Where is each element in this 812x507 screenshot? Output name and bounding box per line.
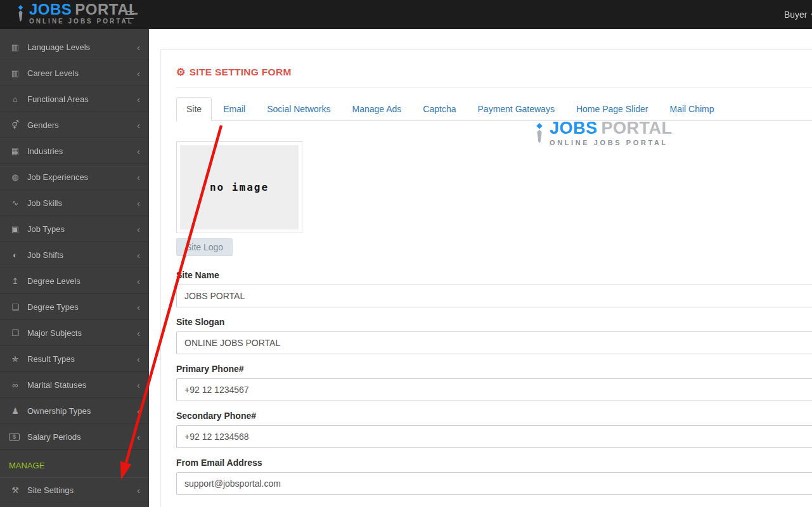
sidebar-item-label: Major Subjects bbox=[27, 328, 137, 338]
tab-content-site: no image Site Logo JOBSPORTAL ONLINE JOB… bbox=[176, 121, 812, 495]
wrench-icon: ⚒ bbox=[9, 485, 22, 495]
tab-bar: SiteEmailSocial NetworksManage AdsCaptch… bbox=[176, 97, 812, 121]
sidebar-item-salary-periods[interactable]: $Salary Periods‹ bbox=[0, 424, 149, 450]
sidebar-item-job-experiences[interactable]: ◍Job Experiences‹ bbox=[0, 164, 149, 190]
sidebar-item-label: Functional Areas bbox=[27, 94, 137, 104]
chevron-left-icon: ‹ bbox=[137, 328, 140, 338]
brand-title: JOBSPORTAL bbox=[29, 2, 138, 17]
sidebar-item-genders[interactable]: ⚥Genders‹ bbox=[0, 112, 149, 138]
sidebar-item-label: Ownership Types bbox=[27, 406, 137, 416]
book-icon: ❒ bbox=[9, 328, 22, 338]
tab-site[interactable]: Site bbox=[176, 97, 212, 121]
sidebar-item-major-subjects[interactable]: ❒Major Subjects‹ bbox=[0, 320, 149, 346]
brand-logo[interactable]: JOBSPORTAL ONLINE JOBS PORTAL bbox=[16, 2, 138, 25]
rings-icon: ∞ bbox=[9, 380, 22, 390]
sidebar-item-result-types[interactable]: ✯Result Types‹ bbox=[0, 346, 149, 372]
sidebar-item-job-types[interactable]: ▣Job Types‹ bbox=[0, 216, 149, 242]
tab-home-page-slider[interactable]: Home Page Slider bbox=[566, 97, 659, 121]
page-title-text: SITE SETTING FORM bbox=[190, 67, 292, 78]
tab-manage-ads[interactable]: Manage Ads bbox=[342, 97, 412, 121]
tie-icon bbox=[16, 3, 25, 23]
bar-chart-icon: ▥ bbox=[9, 68, 22, 78]
chevron-left-icon: ‹ bbox=[137, 172, 140, 183]
sidebar-item-job-shifts[interactable]: ◐Job Shifts‹ bbox=[0, 242, 149, 268]
sidebar-item-label: Job Types bbox=[27, 224, 137, 234]
site-setting-panel: ⚙ SITE SETTING FORM SiteEmailSocial Netw… bbox=[160, 49, 812, 507]
tab-mail-chimp[interactable]: Mail Chimp bbox=[660, 97, 725, 121]
tab-captcha[interactable]: Captcha bbox=[413, 97, 466, 121]
user-menu[interactable]: Buyer ▾ bbox=[784, 0, 812, 29]
sidebar-item-label: Site Settings bbox=[27, 485, 137, 495]
menu-icon[interactable]: ☰ bbox=[124, 8, 134, 22]
main-content: ⚙ SITE SETTING FORM SiteEmailSocial Netw… bbox=[149, 29, 812, 507]
sidebar-item-label: Job Experiences bbox=[27, 172, 137, 182]
briefcase-icon: ▣ bbox=[9, 224, 22, 234]
site-name-input[interactable] bbox=[176, 285, 812, 307]
form-group-site-name: Site Name bbox=[176, 270, 812, 307]
tie-icon bbox=[534, 119, 545, 148]
chevron-left-icon: ‹ bbox=[137, 406, 140, 416]
logo-secondary: PORTAL bbox=[602, 119, 673, 138]
tab-social-networks[interactable]: Social Networks bbox=[257, 97, 340, 121]
brand-tagline: ONLINE JOBS PORTAL bbox=[29, 18, 138, 25]
sidebar-item-label: Result Types bbox=[27, 354, 137, 364]
sidebar-item-marital-statuses[interactable]: ∞Marital Statuses‹ bbox=[0, 372, 149, 398]
sidebar-item-label: Career Levels bbox=[27, 68, 137, 78]
chevron-left-icon: ‹ bbox=[137, 250, 140, 260]
chevron-left-icon: ‹ bbox=[137, 380, 140, 390]
tab-email[interactable]: Email bbox=[213, 97, 255, 121]
sidebar-item-ownership-types[interactable]: ♟Ownership Types‹ bbox=[0, 398, 149, 424]
chevron-left-icon: ‹ bbox=[137, 42, 140, 53]
sidebar-item-degree-types[interactable]: ❏Degree Types‹ bbox=[0, 294, 149, 320]
site-slogan-input[interactable] bbox=[176, 331, 812, 354]
sidebar-manage-nav: ⚒Site Settings‹ bbox=[0, 477, 149, 503]
chevron-left-icon: ‹ bbox=[137, 302, 140, 312]
site-logo-upload-button[interactable]: Site Logo bbox=[176, 238, 233, 256]
sidebar-item-label: Job Skills bbox=[27, 198, 137, 208]
chevron-left-icon: ‹ bbox=[137, 432, 140, 442]
sidebar-item-label: Genders bbox=[27, 120, 137, 130]
globe-icon: ◍ bbox=[9, 172, 22, 182]
secondary-phone-input[interactable] bbox=[176, 425, 812, 448]
chevron-left-icon: ‹ bbox=[137, 224, 140, 234]
chevron-left-icon: ‹ bbox=[137, 94, 140, 105]
sidebar-item-label: Degree Types bbox=[27, 302, 137, 312]
sidebar-item-label: Industries bbox=[27, 146, 137, 156]
chevron-left-icon: ‹ bbox=[137, 120, 140, 131]
manage-section-label: MANAGE bbox=[0, 450, 149, 477]
chevron-left-icon: ‹ bbox=[137, 68, 140, 79]
document-icon: ❏ bbox=[9, 302, 22, 312]
sidebar-item-language-levels[interactable]: ▥Language Levels‹ bbox=[0, 34, 149, 60]
primary-phone-input[interactable] bbox=[176, 378, 812, 401]
page-title: ⚙ SITE SETTING FORM bbox=[176, 66, 812, 78]
user-menu-label: Buyer bbox=[784, 10, 808, 20]
sidebar-item-degree-levels[interactable]: ↥Degree Levels‹ bbox=[0, 268, 149, 294]
building-icon: ▦ bbox=[9, 146, 22, 156]
chevron-left-icon: ‹ bbox=[137, 276, 140, 286]
dollar-badge-icon: $ bbox=[9, 433, 20, 441]
sidebar-item-label: Language Levels bbox=[27, 42, 137, 52]
skills-chart-icon: ∿ bbox=[9, 198, 22, 208]
sidebar: ▥Language Levels‹▥Career Levels‹⌂Functio… bbox=[0, 29, 149, 507]
gear-icon: ⚙ bbox=[176, 66, 186, 78]
sidebar-item-label: Salary Periods bbox=[27, 432, 137, 442]
sidebar-item-functional-areas[interactable]: ⌂Functional Areas‹ bbox=[0, 86, 149, 112]
chevron-left-icon: ‹ bbox=[137, 198, 140, 209]
logo-primary: JOBS bbox=[550, 119, 598, 138]
bar-chart-icon: ▥ bbox=[9, 42, 22, 52]
top-header: JOBSPORTAL ONLINE JOBS PORTAL ☰ Buyer ▾ bbox=[0, 0, 812, 29]
form-group-secondary-phone: Secondary Phone# bbox=[176, 411, 812, 448]
from-email-address-input[interactable] bbox=[176, 472, 812, 495]
settings-form: Site NameSite SloganPrimary Phone#Second… bbox=[176, 270, 812, 495]
degree-level-icon: ↥ bbox=[9, 276, 22, 286]
site-logo-title: JOBSPORTAL bbox=[550, 120, 673, 137]
site-slogan-label: Site Slogan bbox=[176, 317, 812, 327]
sidebar-item-industries[interactable]: ▦Industries‹ bbox=[0, 138, 149, 164]
tab-payment-gateways[interactable]: Payment Gateways bbox=[468, 97, 565, 121]
sidebar-item-career-levels[interactable]: ▥Career Levels‹ bbox=[0, 60, 149, 86]
sidebar-item-site-settings[interactable]: ⚒Site Settings‹ bbox=[0, 477, 149, 503]
sidebar-item-label: Degree Levels bbox=[27, 276, 137, 286]
logo-tagline: ONLINE JOBS PORTAL bbox=[550, 139, 673, 146]
primary-phone-label: Primary Phone# bbox=[176, 364, 812, 374]
sidebar-item-job-skills[interactable]: ∿Job Skills‹ bbox=[0, 190, 149, 216]
